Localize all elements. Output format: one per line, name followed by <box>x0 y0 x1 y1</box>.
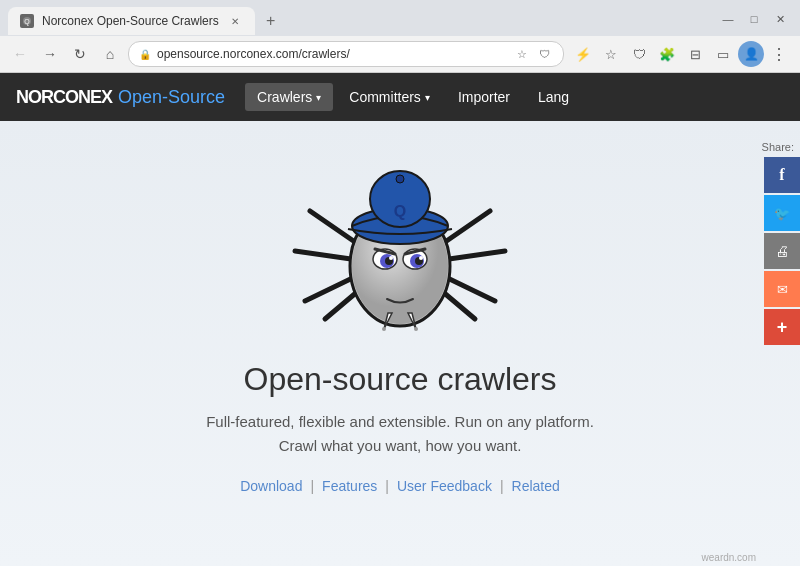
website: NORCONEX Open-Source Crawlers ▾ Committe… <box>0 73 800 566</box>
svg-point-28 <box>396 175 404 183</box>
menu-button[interactable]: ⋮ <box>766 41 792 67</box>
extensions-icon[interactable]: ⚡ <box>570 41 596 67</box>
tab-title: Norconex Open-Source Crawlers <box>42 14 219 28</box>
active-tab[interactable]: Q Norconex Open-Source Crawlers ✕ <box>8 7 255 35</box>
shield-toolbar-icon[interactable]: 🛡 <box>626 41 652 67</box>
features-link[interactable]: Features <box>322 478 377 494</box>
share-facebook-button[interactable]: f <box>764 157 800 193</box>
url-bar[interactable]: 🔒 opensource.norconex.com/crawlers/ ☆ 🛡 <box>128 41 564 67</box>
bookmark-manager-icon[interactable]: ⊟ <box>682 41 708 67</box>
site-navigation: NORCONEX Open-Source Crawlers ▾ Committe… <box>0 73 800 121</box>
plus-icon: + <box>777 317 788 338</box>
nav-item-committers[interactable]: Committers ▾ <box>337 83 442 111</box>
download-link[interactable]: Download <box>240 478 302 494</box>
share-print-button[interactable]: 🖨 <box>764 233 800 269</box>
twitter-icon: 🐦 <box>774 206 790 221</box>
nav-committers-label: Committers <box>349 89 421 105</box>
user-feedback-link[interactable]: User Feedback <box>397 478 492 494</box>
back-button[interactable]: ← <box>8 42 32 66</box>
email-icon: ✉ <box>777 282 788 297</box>
nav-crawlers-label: Crawlers <box>257 89 312 105</box>
share-label: Share: <box>762 141 800 153</box>
share-sidebar: Share: f 🐦 🖨 ✉ + <box>762 141 800 347</box>
tab-close-button[interactable]: ✕ <box>227 13 243 29</box>
maximize-button[interactable]: □ <box>742 9 766 29</box>
url-text: opensource.norconex.com/crawlers/ <box>157 47 507 61</box>
nav-committers-arrow-icon: ▾ <box>425 92 430 103</box>
facebook-icon: f <box>779 166 784 184</box>
share-email-button[interactable]: ✉ <box>764 271 800 307</box>
watermark: weardn.com <box>702 552 756 563</box>
share-twitter-button[interactable]: 🐦 <box>764 195 800 231</box>
svg-point-15 <box>414 327 418 331</box>
site-logo[interactable]: NORCONEX Open-Source <box>16 87 225 108</box>
puzzle-icon[interactable]: 🧩 <box>654 41 680 67</box>
print-icon: 🖨 <box>775 243 789 259</box>
nav-importer-label: Importer <box>458 89 510 105</box>
window-controls: — □ ✕ <box>716 9 792 33</box>
svg-point-22 <box>389 256 393 260</box>
cast-icon[interactable]: ▭ <box>710 41 736 67</box>
forward-button[interactable]: → <box>38 42 62 66</box>
subtitle-line1: Full-featured, flexible and extensible. … <box>206 413 594 430</box>
profile-avatar[interactable]: 👤 <box>738 41 764 67</box>
logo-open-source-text: Open-Source <box>118 87 225 108</box>
svg-point-23 <box>419 256 423 260</box>
star-icon[interactable]: ☆ <box>598 41 624 67</box>
refresh-button[interactable]: ↻ <box>68 42 92 66</box>
new-tab-button[interactable]: + <box>259 9 283 33</box>
bookmark-icon[interactable]: ☆ <box>513 45 531 63</box>
toolbar-icons: ⚡ ☆ 🛡 🧩 ⊟ ▭ 👤 ⋮ <box>570 41 792 67</box>
browser-chrome: Q Norconex Open-Source Crawlers ✕ + — □ … <box>0 0 800 73</box>
nav-item-lang[interactable]: Lang <box>526 83 581 111</box>
url-action-icons: ☆ 🛡 <box>513 45 553 63</box>
tab-bar: Q Norconex Open-Source Crawlers ✕ + — □ … <box>0 0 800 36</box>
tab-favicon: Q <box>20 14 34 28</box>
nav-item-crawlers[interactable]: Crawlers ▾ <box>245 83 333 111</box>
nav-crawlers-arrow-icon: ▾ <box>316 92 321 103</box>
ssl-lock-icon: 🔒 <box>139 49 151 60</box>
svg-text:Q: Q <box>24 18 30 26</box>
link-separator-2: | <box>385 478 389 494</box>
share-plus-button[interactable]: + <box>764 309 800 345</box>
shield-icon[interactable]: 🛡 <box>535 45 553 63</box>
address-bar: ← → ↻ ⌂ 🔒 opensource.norconex.com/crawle… <box>0 36 800 72</box>
related-link[interactable]: Related <box>512 478 560 494</box>
subtitle-line2: Crawl what you want, how you want. <box>279 437 522 454</box>
nav-menu: Crawlers ▾ Committers ▾ Importer Lang <box>245 83 581 111</box>
svg-point-14 <box>382 327 386 331</box>
main-content: Q Open-source crawlers Full-featured, fl… <box>0 121 800 566</box>
link-separator-3: | <box>500 478 504 494</box>
svg-text:Q: Q <box>394 203 406 220</box>
page-title: Open-source crawlers <box>244 361 557 398</box>
link-separator-1: | <box>310 478 314 494</box>
page-subtitle: Full-featured, flexible and extensible. … <box>206 410 594 458</box>
nav-lang-label: Lang <box>538 89 569 105</box>
home-button[interactable]: ⌂ <box>98 42 122 66</box>
nav-item-importer[interactable]: Importer <box>446 83 522 111</box>
close-button[interactable]: ✕ <box>768 9 792 29</box>
spider-illustration: Q <box>280 151 520 341</box>
page-links: Download | Features | User Feedback | Re… <box>240 478 560 494</box>
minimize-button[interactable]: — <box>716 9 740 29</box>
logo-norconex-text: NORCONEX <box>16 87 112 108</box>
